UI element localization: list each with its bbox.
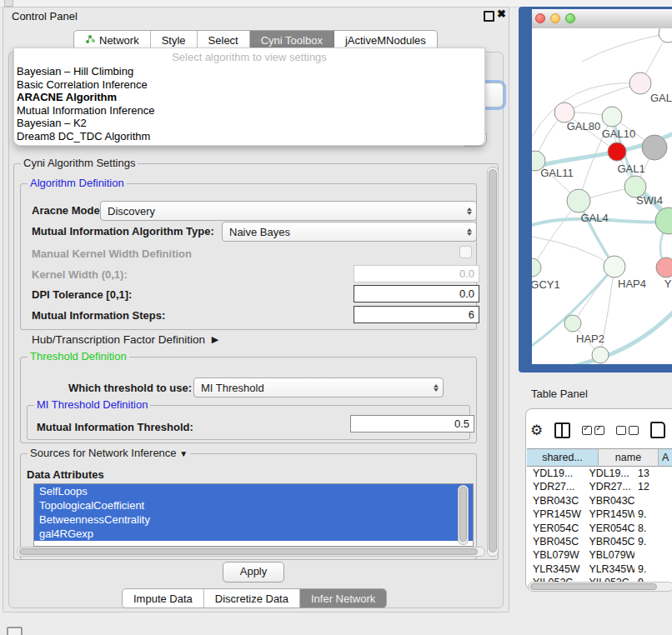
network-node-gal4[interactable]: [567, 189, 590, 212]
mi-steps-field[interactable]: 6: [354, 306, 479, 323]
network-node[interactable]: [608, 142, 626, 161]
network-canvas[interactable]: GALGAL80GAL10GAL1GAL11GAL4SWI4GCY1HAP4YH…: [532, 28, 672, 364]
network-node[interactable]: [592, 347, 609, 363]
manual-kernel-width-checkbox[interactable]: [459, 246, 472, 258]
tab-network[interactable]: Network: [74, 31, 151, 49]
node-label: HAP2: [576, 332, 604, 345]
chevron-down-icon[interactable]: ▼: [179, 449, 188, 458]
control-panel-title: Control Panel: [12, 10, 78, 22]
node-label: SWI4: [636, 194, 663, 207]
network-node-gal[interactable]: [629, 72, 651, 94]
attribute-list-item[interactable]: TopologicalCoefficient: [34, 498, 473, 512]
close-icon[interactable]: ✖: [497, 8, 506, 20]
table-cell: 9.: [634, 535, 672, 548]
table-row[interactable]: YLR345WYLR345W9.: [527, 562, 672, 576]
table-cell: [634, 548, 672, 562]
network-node-swi4[interactable]: [655, 208, 672, 234]
table-row[interactable]: YBR043CYBR043C: [527, 494, 672, 508]
dropdown-item[interactable]: Bayesian – K2: [16, 117, 483, 130]
table-cell: YBL079W: [585, 548, 634, 562]
network-node-gcy1[interactable]: [532, 258, 541, 277]
network-edge[interactable]: [532, 237, 614, 267]
settings-horizontal-scrollbar[interactable]: [17, 547, 485, 557]
table-row[interactable]: YBR045CYBR045C9.: [527, 535, 672, 548]
settings-horizontal-scrollbar-thumb[interactable]: [19, 548, 478, 555]
column-header[interactable]: A: [659, 448, 672, 467]
settings-vertical-scrollbar-thumb[interactable]: [489, 169, 497, 552]
unchecked-box-icon: [616, 426, 626, 435]
document-icon[interactable]: [650, 422, 665, 438]
dpi-tolerance-label: DPI Tolerance [0,1]:: [32, 288, 132, 301]
network-node-hap2[interactable]: [564, 315, 581, 332]
dropdown-item[interactable]: Basic Correlation Inference: [16, 78, 483, 92]
dropdown-item[interactable]: Dream8 DC_TDC Algorithm: [16, 130, 483, 143]
tab-cyni-toolbox[interactable]: Cyni Toolbox: [250, 31, 334, 49]
gear-icon[interactable]: ⚙: [530, 423, 543, 438]
deselect-all-icon[interactable]: [616, 426, 639, 435]
table-row[interactable]: YER054CYER054C8.: [527, 522, 672, 535]
corner-widget[interactable]: [7, 627, 23, 635]
apply-button[interactable]: Apply: [223, 562, 284, 582]
table-row[interactable]: YPR145WYPR145W9.: [527, 508, 672, 521]
network-node[interactable]: [659, 28, 672, 42]
dropdown-item[interactable]: Bayesian – Hill Climbing: [16, 65, 483, 78]
network-node[interactable]: [642, 135, 667, 160]
select-all-icon[interactable]: [582, 426, 604, 435]
node-label: GAL80: [567, 120, 600, 132]
node-label: GAL4: [580, 212, 608, 224]
table-cell: 8.: [634, 522, 672, 535]
algorithm-dropdown-items: Bayesian – Hill ClimbingBasic Correlatio…: [16, 65, 483, 143]
manual-kernel-width-label: Manual Kernel Width Definition: [32, 248, 192, 260]
tab-jactivemnodules[interactable]: jActiveMNodules: [334, 31, 437, 49]
network-edge[interactable]: [532, 201, 579, 268]
node-label: GAL11: [540, 167, 574, 179]
dropdown-item[interactable]: Mutual Information Inference: [16, 104, 483, 118]
settings-vertical-scrollbar[interactable]: [487, 167, 499, 557]
tab-select[interactable]: Select: [198, 31, 250, 49]
table-cell: 9.: [634, 562, 672, 576]
table-panel-title: Table Panel: [531, 388, 588, 400]
tab-discretize-data[interactable]: Discretize Data: [204, 589, 300, 608]
attribute-list-item[interactable]: SelfLoops: [34, 484, 473, 498]
column-header[interactable]: shared...: [527, 448, 599, 467]
cyni-bottom-tabbar: Impute DataDiscretize DataInfer Network: [122, 588, 387, 608]
tab-label: Select: [208, 34, 238, 47]
attribute-list-item[interactable]: BetweennessCentrality: [34, 512, 473, 527]
attribute-list-item[interactable]: gal4RGexp: [34, 527, 473, 541]
hub-definition-toggle[interactable]: Hub/Transcription Factor Definition ▶: [32, 333, 215, 346]
table-row[interactable]: YDR27...YDR27...12: [527, 480, 672, 493]
combo-stepper-icon: [463, 208, 476, 215]
network-edge[interactable]: [564, 83, 640, 112]
network-node-hap4[interactable]: [604, 256, 625, 278]
network-node-gal10[interactable]: [602, 107, 622, 127]
kernel-width-field[interactable]: 0.0: [354, 265, 479, 282]
dpi-tolerance-field[interactable]: 0.0: [354, 285, 479, 302]
minimize-traffic-light-icon[interactable]: [550, 13, 560, 23]
mi-threshold-field[interactable]: 0.5: [350, 415, 474, 432]
table-row[interactable]: YBL079WYBL079W: [527, 548, 672, 562]
data-attributes-label: Data Attributes: [27, 468, 104, 481]
network-node-y[interactable]: [656, 258, 672, 278]
tab-infer-network[interactable]: Infer Network: [300, 589, 386, 608]
network-window-titlebar[interactable]: [532, 9, 672, 29]
table-horizontal-scrollbar-thumb[interactable]: [530, 583, 657, 590]
attributes-vertical-scrollbar-thumb[interactable]: [459, 487, 467, 542]
column-header[interactable]: name: [599, 448, 659, 467]
columns-icon[interactable]: [554, 422, 570, 438]
dropdown-item[interactable]: ARACNE Algorithm: [16, 91, 483, 104]
zoom-traffic-light-icon[interactable]: [565, 13, 575, 23]
which-threshold-combobox[interactable]: MI Threshold: [193, 378, 444, 398]
close-traffic-light-icon[interactable]: [535, 13, 545, 23]
data-attributes-list[interactable]: SelfLoopsTopologicalCoefficientBetweenne…: [33, 483, 474, 547]
aracne-mode-combobox[interactable]: Discovery: [100, 201, 477, 221]
table-horizontal-scrollbar[interactable]: [528, 582, 672, 592]
cyni-algorithm-settings-title: Cyni Algorithm Settings: [21, 157, 138, 169]
tab-style[interactable]: Style: [151, 31, 198, 49]
float-window-icon[interactable]: [484, 11, 494, 22]
attributes-vertical-scrollbar[interactable]: [458, 485, 469, 545]
table-cell: 9.: [634, 508, 672, 521]
mi-algorithm-type-combobox[interactable]: Naive Bayes: [222, 222, 477, 242]
table-row[interactable]: YDL19...YDL19...13: [527, 467, 672, 480]
table-toolbar: ⚙: [530, 417, 672, 443]
tab-impute-data[interactable]: Impute Data: [123, 589, 204, 608]
